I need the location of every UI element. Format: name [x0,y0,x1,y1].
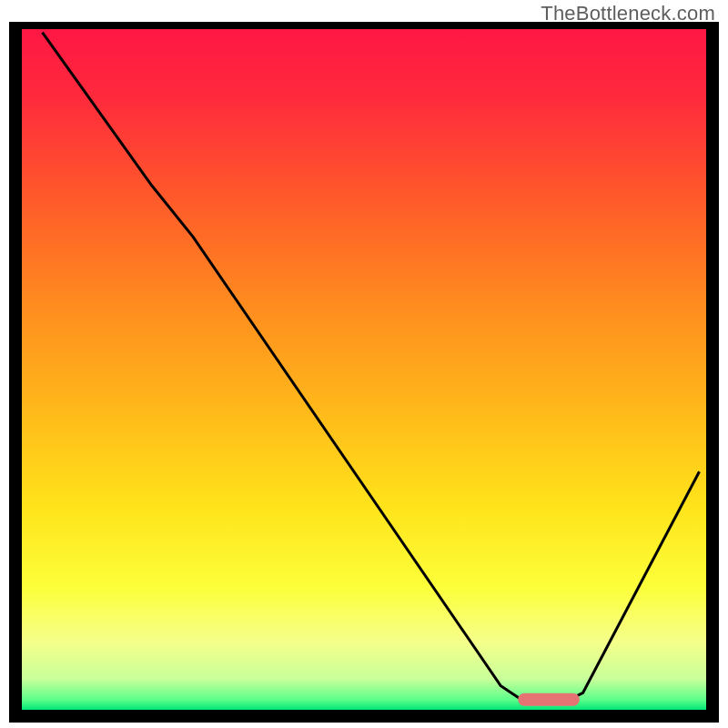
watermark-text: TheBottleneck.com [541,2,715,25]
optimal-marker [518,693,580,706]
bottleneck-chart [0,0,728,728]
chart-container: TheBottleneck.com [0,0,728,728]
svg-rect-1 [22,29,706,710]
